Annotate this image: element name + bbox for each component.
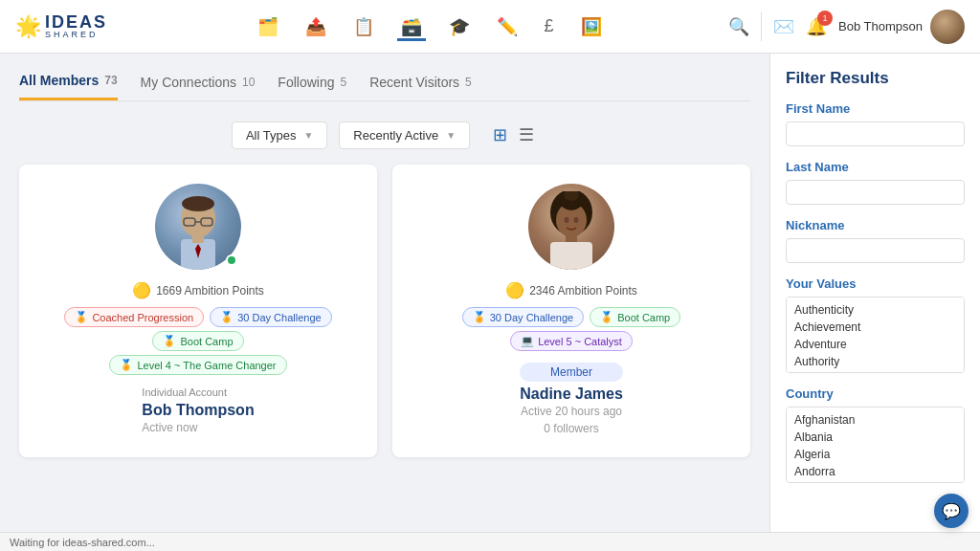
filter-nickname-label: Nickname [786,218,965,232]
nav-icon-learn[interactable]: 🎓 [445,12,474,41]
badge-30day-1[interactable]: 🏅 30 Day Challenge [462,307,584,327]
first-name-input[interactable] [786,121,965,146]
chat-bubble-icon: 💬 [942,502,961,520]
badge-level4[interactable]: 🏅 Level 4 ~ The Game Changer [109,355,286,375]
member-status-1: Active 20 hours ago [520,405,623,418]
badge-bootcamp-1[interactable]: 🏅 Boot Camp [590,307,680,327]
nav-divider [761,12,762,41]
country-item-0[interactable]: Afghanistan [787,411,964,429]
type-filter-label: All Types [246,128,297,143]
list-view-button[interactable]: ☰ [515,121,538,149]
notification-badge: 1 [817,11,833,26]
badge-30day-0[interactable]: 🏅 30 Day Challenge [210,307,331,327]
sort-filter-label: Recently Active [353,128,438,143]
nav-icon-gallery[interactable]: 🖼️ [577,12,606,41]
type-filter-dropdown[interactable]: All Types ▼ [232,121,327,149]
tab-all-members[interactable]: All Members 73 [19,73,118,100]
badges-row-1-line1: 🏅 30 Day Challenge 🏅 Boot Camp [462,307,680,327]
nav-icon-edit[interactable]: ✏️ [493,12,522,41]
country-item-3[interactable]: Andorra [787,463,964,480]
online-indicator-0 [226,254,237,266]
toolbar: All Types ▼ Recently Active ▼ ⊞ ☰ [19,121,750,149]
tab-recent-visitors[interactable]: Recent Visitors 5 [369,75,472,99]
logo[interactable]: 🌟 IDEAS SHARED [15,13,107,39]
user-info[interactable]: Bob Thompson [838,10,965,44]
badges-row-0-line1: 🏅 Coached Progression 🏅 30 Day Challenge [64,307,331,327]
tab-following-count: 5 [341,76,347,89]
filter-country: Country Afghanistan Albania Algeria Ando… [786,386,965,483]
nav-icon-currency[interactable]: £ [541,12,558,40]
tab-my-connections-count: 10 [242,76,255,89]
coin-icon-0: 🟡 [132,281,151,299]
nav-right: 🔍 ✉️ 🔔 1 Bob Thompson [728,10,965,44]
value-item-2[interactable]: Adventure [787,336,964,353]
status-text: Waiting for ideas-shared.com... [10,537,155,548]
member-avatar-1 [528,184,614,270]
country-item-1[interactable]: Albania [787,429,964,446]
tab-all-members-count: 73 [104,74,117,87]
badge-catalyst-label: Level 5 ~ Catalyst [538,336,622,347]
chat-bubble[interactable]: 💬 [934,494,969,528]
avatar-wrap-0 [155,184,241,270]
points-row-0: 🟡 1669 Ambition Points [132,281,264,299]
badge-coached-label: Coached Progression [92,312,193,323]
badge-coached[interactable]: 🏅 Coached Progression [64,307,204,327]
filter-first-name-label: First Name [786,101,965,116]
logo-ideas: IDEAS [45,13,107,31]
coin-icon-1: 🟡 [505,281,524,299]
filter-country-label: Country [786,386,965,401]
svg-point-11 [574,217,579,223]
value-item-1[interactable]: Achievement [787,319,964,336]
tab-my-connections-label: My Connections [141,75,236,90]
user-name: Bob Thompson [838,19,923,33]
tab-recent-visitors-label: Recent Visitors [369,75,459,90]
member-type-badge: Member [520,363,623,382]
nav-icon-upload[interactable]: 📤 [301,12,330,41]
badges-row-0-line3: 🏅 Level 4 ~ The Game Changer [109,355,286,375]
card-0-bottom: Individual Account Bob Thompson Active n… [142,386,254,438]
badge-30day-1-icon: 🏅 [473,311,486,323]
member-name-0[interactable]: Bob Thompson [142,402,254,419]
member-status-0: Active now [142,421,254,434]
badge-30day-0-label: 30 Day Challenge [237,312,321,323]
tab-all-members-label: All Members [19,73,99,88]
badge-bootcamp-1-icon: 🏅 [600,311,613,323]
account-type-0: Individual Account [142,386,254,398]
country-item-2[interactable]: Algeria [787,446,964,463]
country-listbox[interactable]: Afghanistan Albania Algeria Andorra [786,407,965,483]
last-name-input[interactable] [786,180,965,205]
search-icon[interactable]: 🔍 [728,16,749,37]
badges-row-0-line2: 🏅 Boot Camp [152,331,243,351]
value-item-3[interactable]: Authority [787,353,964,370]
badge-catalyst[interactable]: 💻 Level 5 ~ Catalyst [510,331,633,351]
type-filter-arrow: ▼ [303,130,313,141]
grid-view-button[interactable]: ⊞ [489,121,511,149]
badge-bootcamp-0[interactable]: 🏅 Boot Camp [152,331,243,351]
member-name-1[interactable]: Nadine James [520,386,623,403]
member-card-1: 🟡 2346 Ambition Points 🏅 30 Day Challeng… [392,165,750,457]
value-item-0[interactable]: Authenticity [787,301,964,319]
avatar-wrap-1 [528,184,614,270]
nav-icon-archive[interactable]: 🗃️ [397,12,426,41]
tab-recent-visitors-count: 5 [465,76,472,89]
logo-text: IDEAS SHARED [45,13,107,39]
badge-coached-icon: 🏅 [75,311,88,323]
nav-icon-portfolio[interactable]: 🗂️ [254,12,282,41]
points-text-0: 1669 Ambition Points [156,284,264,298]
filter-your-values: Your Values Authenticity Achievement Adv… [786,276,965,373]
messages-icon[interactable]: ✉️ [773,17,794,36]
tab-my-connections[interactable]: My Connections 10 [141,75,256,99]
filter-title: Filter Results [786,69,965,88]
points-text-1: 2346 Ambition Points [529,284,637,298]
followers-count-1: 0 followers [520,422,623,435]
nickname-input[interactable] [786,238,965,263]
values-listbox[interactable]: Authenticity Achievement Adventure Autho… [786,297,965,373]
nav-icon-tasks[interactable]: 📋 [349,12,378,41]
badge-bootcamp-0-icon: 🏅 [163,335,176,347]
badge-30day-1-label: 30 Day Challenge [490,312,573,323]
sort-filter-dropdown[interactable]: Recently Active ▼ [339,121,470,149]
logo-icon: 🌟 [15,14,41,39]
status-bar: Waiting for ideas-shared.com... [0,532,980,551]
tab-following[interactable]: Following 5 [278,75,346,99]
view-toggle: ⊞ ☰ [489,121,538,149]
